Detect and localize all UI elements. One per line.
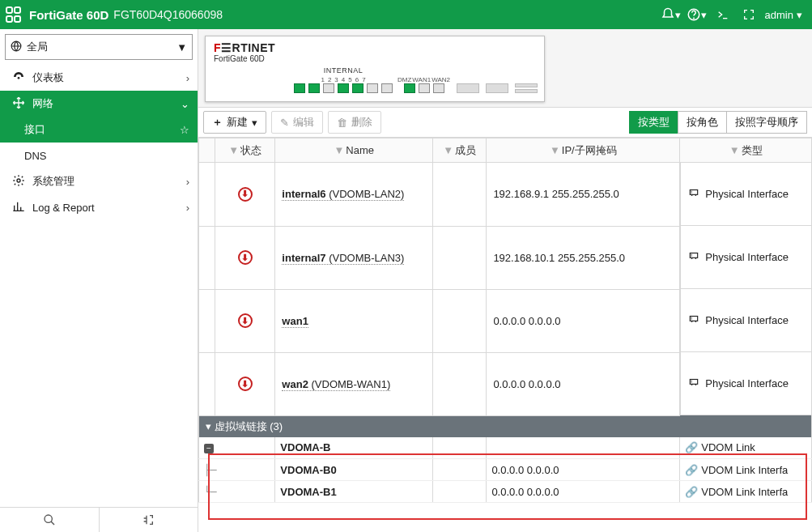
cell-name: wan2 (VDOMB-WAN1)	[275, 352, 433, 415]
view-by-role[interactable]: 按角色	[678, 111, 727, 134]
svg-point-4	[17, 179, 20, 182]
cell-type: 🔗VDOM Link	[680, 437, 812, 459]
filter-icon: ▼	[228, 144, 239, 156]
tree-branch-icon: ├─	[204, 464, 217, 476]
svg-point-5	[45, 515, 52, 522]
serial-number: FGT60D4Q16066098	[113, 8, 223, 21]
star-icon[interactable]: ☆	[180, 124, 189, 136]
vdom-label: 全局	[27, 40, 48, 54]
port[interactable]	[308, 83, 320, 93]
svg-point-3	[18, 77, 20, 79]
cell-name: wan1	[275, 289, 433, 352]
cli-icon[interactable]	[710, 0, 736, 29]
create-button[interactable]: ＋新建 ▾	[203, 111, 266, 134]
view-alpha[interactable]: 按照字母顺序	[726, 111, 807, 134]
col-expand[interactable]	[199, 138, 215, 163]
collapse-icon[interactable]	[99, 508, 198, 532]
cell-type: 🔗VDOM Link Interfa	[680, 459, 812, 481]
main: F☰RTINET FortiGate 60D INTERNAL 1234567 …	[198, 29, 812, 532]
table-row[interactable]: ⬇internal7 (VDOMB-LAN3)192.168.10.1 255.…	[199, 226, 812, 289]
table-header-row: ▼状态 ▼Name ▼成员 ▼IP/子网掩码 ▼类型	[199, 138, 812, 163]
nav-dashboard[interactable]: 仪表板 ›	[0, 65, 198, 91]
fullscreen-icon[interactable]	[736, 0, 762, 29]
internal-ports: INTERNAL 1234567	[294, 66, 393, 93]
port[interactable]	[323, 83, 334, 93]
table-row[interactable]: ⬇wan2 (VDOMB-WAN1)0.0.0.0 0.0.0.0 Physic…	[199, 352, 812, 415]
slot	[457, 83, 479, 93]
edit-button[interactable]: ✎编辑	[271, 111, 323, 134]
btn-label: 编辑	[293, 115, 314, 130]
port[interactable]	[404, 83, 415, 93]
nav-network[interactable]: 网络 ⌄	[0, 91, 198, 117]
nav-dns[interactable]: DNS	[0, 143, 198, 168]
help-icon[interactable]: ▾	[684, 0, 710, 29]
table-row[interactable]: ├─VDOMA-B00.0.0.0 0.0.0.0🔗VDOM Link Inte…	[199, 459, 812, 481]
interface-table: ▼状态 ▼Name ▼成员 ▼IP/子网掩码 ▼类型 ⬇internal6 (V…	[198, 138, 812, 532]
btn-label: 新建	[227, 115, 248, 130]
cell-ip: 192.168.10.1 255.255.255.0	[487, 226, 680, 289]
status-down-icon: ⬇	[238, 313, 253, 328]
logo-icon	[5, 6, 23, 23]
table-row[interactable]: └─VDOMA-B10.0.0.0 0.0.0.0🔗VDOM Link Inte…	[199, 481, 812, 503]
trash-icon: 🗑	[337, 117, 347, 129]
view-by-type[interactable]: 按类型	[629, 111, 678, 134]
brand-b: RTINET	[232, 41, 276, 54]
cell-type: 🔗VDOM Link Interfa	[680, 481, 812, 503]
nav-log[interactable]: Log & Report ›	[0, 194, 198, 220]
port[interactable]	[433, 83, 444, 93]
cell-type: Physical Interface	[680, 226, 811, 289]
port[interactable]	[352, 83, 363, 93]
slot	[515, 89, 538, 93]
physical-port-icon	[687, 313, 700, 327]
user-label: admin	[765, 9, 793, 21]
globe-icon	[11, 40, 22, 54]
col-status[interactable]: ▼状态	[215, 138, 275, 163]
chevron-right-icon: ›	[186, 72, 189, 84]
cell-name: internal7 (VDOMB-LAN3)	[275, 226, 433, 289]
user-menu[interactable]: admin ▾	[762, 9, 806, 21]
table-row[interactable]: ⬇wan10.0.0.0 0.0.0.0 Physical Interface	[199, 289, 812, 352]
table-row[interactable]: ⬇internal6 (VDOMB-LAN2)192.168.9.1 255.2…	[199, 163, 812, 227]
table-row[interactable]: −VDOMA-B🔗VDOM Link	[199, 437, 812, 459]
cell-ip: 0.0.0.0 0.0.0.0	[487, 289, 680, 352]
vdom-selector[interactable]: 全局 ▼	[5, 34, 193, 60]
search-icon[interactable]	[0, 508, 99, 532]
cell-type: Physical Interface	[680, 289, 811, 352]
svg-point-1	[694, 18, 695, 19]
port[interactable]	[381, 83, 393, 93]
port[interactable]	[294, 83, 305, 93]
delete-button[interactable]: 🗑删除	[328, 111, 381, 134]
col-ip[interactable]: ▼IP/子网掩码	[487, 138, 680, 163]
product-name: FortiGate 60D	[29, 8, 108, 22]
nav-label: Log & Report	[32, 202, 95, 214]
cell-name: VDOMA-B1	[275, 481, 433, 503]
brand-a: F	[214, 41, 221, 54]
cell-type: Physical Interface	[680, 352, 811, 415]
chevron-right-icon: ›	[186, 202, 189, 214]
tree-collapse-icon[interactable]: −	[204, 444, 214, 453]
tree-branch-icon: └─	[204, 486, 217, 498]
toolbar: ＋新建 ▾ ✎编辑 🗑删除 按类型 按角色 按照字母顺序	[198, 107, 812, 138]
port[interactable]	[338, 83, 349, 93]
col-type[interactable]: ▼类型	[680, 138, 812, 163]
chevron-down-icon: ⌄	[181, 98, 189, 110]
notifications-icon[interactable]: ▾	[658, 0, 684, 29]
port[interactable]	[419, 83, 430, 93]
pencil-icon: ✎	[280, 117, 289, 129]
cell-ip: 0.0.0.0 0.0.0.0	[487, 481, 680, 503]
col-members[interactable]: ▼成员	[433, 138, 487, 163]
sidebar-bottom	[0, 507, 198, 532]
port[interactable]	[367, 83, 378, 93]
chart-icon	[11, 200, 26, 215]
col-name[interactable]: ▼Name	[275, 138, 433, 163]
gear-icon	[11, 174, 26, 189]
view-toggle: 按类型 按角色 按照字母顺序	[630, 111, 807, 134]
section-header[interactable]: ▾ 虚拟域链接 (3)	[199, 415, 812, 437]
nav-interfaces[interactable]: 接口 ☆	[0, 117, 198, 143]
btn-label: 删除	[351, 115, 372, 130]
nav-label: 系统管理	[32, 174, 74, 189]
nav-system[interactable]: 系统管理 ›	[0, 168, 198, 194]
gauge-icon	[11, 70, 26, 86]
cell-name: VDOMA-B	[275, 437, 433, 459]
status-down-icon: ⬇	[238, 187, 253, 202]
